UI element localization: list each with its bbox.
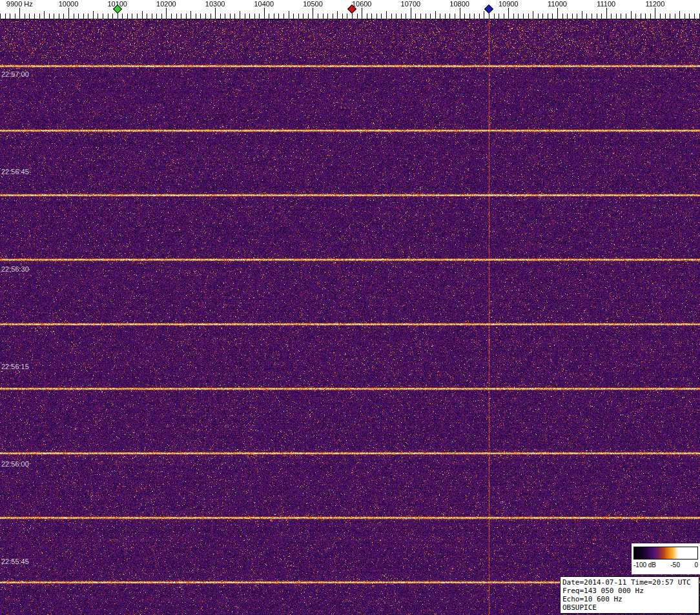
- freq-tick-label: 10600: [352, 0, 372, 8]
- freq-tick-label: 10000: [59, 0, 79, 8]
- colorbar-gradient: [633, 547, 698, 560]
- freq-tick-label: 10300: [205, 0, 225, 8]
- time-tick-label: 22:57:00: [1, 70, 29, 78]
- freq-tick-label: 10800: [449, 0, 469, 8]
- freq-tick-label: 10400: [254, 0, 274, 8]
- time-tick-label: 22:55:45: [1, 558, 29, 565]
- freq-tick-label: 11100: [597, 0, 615, 8]
- time-tick-label: 22:56:15: [1, 363, 29, 370]
- time-tick-label: 22:56:30: [1, 265, 29, 273]
- info-freq-line: Freq=143 050 000 Hz: [562, 587, 697, 595]
- colorbar-mid-label: -50: [671, 561, 680, 569]
- time-tick-label: 22:56:45: [1, 168, 29, 176]
- colorbar-min-label: -100 dB: [633, 561, 656, 569]
- freq-tick-label: 10500: [303, 0, 323, 8]
- info-box: Date=2014-07-11 Time=20:57 UTC Freq=143 …: [560, 576, 699, 614]
- colorbar-max-label: 0: [694, 561, 698, 569]
- freq-tick-label: 10200: [156, 0, 176, 8]
- colorbar-legend: -100 dB -50 0: [632, 543, 700, 574]
- info-echo-line: Echo=10 600 Hz: [562, 595, 697, 603]
- freq-tick-label: 11200: [646, 0, 665, 8]
- info-station-line: OBSUPICE: [562, 603, 697, 612]
- colorbar-labels: -100 dB -50 0: [632, 561, 700, 569]
- spectrogram-waterfall[interactable]: [0, 19, 700, 615]
- freq-tick-label: 11000: [548, 0, 567, 8]
- freq-tick-label: 10900: [499, 0, 519, 8]
- time-tick-label: 22:56:00: [1, 460, 29, 468]
- freq-tick-label: 9900 Hz: [6, 0, 33, 8]
- freq-tick-label: 10700: [401, 0, 421, 8]
- spectrogram-app: 9900 Hz100001010010200103001040010500106…: [0, 0, 700, 615]
- frequency-ruler[interactable]: 9900 Hz100001010010200103001040010500106…: [0, 0, 700, 19]
- info-date-line: Date=2014-07-11 Time=20:57 UTC: [562, 578, 697, 587]
